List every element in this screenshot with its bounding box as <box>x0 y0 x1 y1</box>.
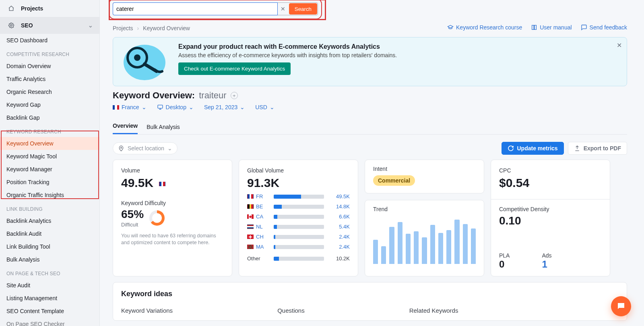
trend-bar <box>381 246 386 264</box>
trend-bar <box>406 234 411 264</box>
nav-keyword-manager[interactable]: Keyword Manager <box>0 163 99 176</box>
flag-fr-icon <box>113 105 119 110</box>
crumb-root[interactable]: Projects <box>113 25 133 31</box>
intercom-chat-button[interactable] <box>611 296 631 316</box>
book-icon <box>531 24 537 31</box>
chevron-down-icon: ⌄ <box>270 104 275 110</box>
filter-device[interactable]: Desktop ⌄ <box>157 104 194 110</box>
nav-backlink-analytics[interactable]: Backlink Analytics <box>0 214 99 227</box>
clear-search-icon[interactable]: ✕ <box>277 3 289 15</box>
chevron-down-icon: ⌄ <box>189 104 194 110</box>
trend-bar <box>438 233 443 264</box>
nav-seo-content-template[interactable]: SEO Content Template <box>0 305 99 318</box>
trend-bar <box>414 231 419 264</box>
trend-bar <box>422 237 427 264</box>
pla-value: 0 <box>499 259 510 270</box>
flag-ma-icon <box>247 245 254 249</box>
card-intent: Intent Commercial <box>365 160 484 193</box>
search-input[interactable] <box>113 3 277 15</box>
nav-link-building-tool[interactable]: Link Building Tool <box>0 240 99 253</box>
gv-value[interactable]: 2.4K <box>328 234 350 240</box>
global-volume-row: CH2.4K <box>247 234 350 240</box>
nav-keyword-overview[interactable]: Keyword Overview <box>0 137 99 150</box>
section-onpage-title: ON PAGE & TECH SEO <box>0 266 99 279</box>
global-volume-row: CA6.6K <box>247 214 350 220</box>
keyword-value: traiteur <box>199 90 226 101</box>
gv-country-link[interactable]: CA <box>247 214 270 220</box>
keyword-search: ✕ Search <box>113 2 318 15</box>
chat-icon <box>616 301 626 311</box>
gv-country-link[interactable]: CH <box>247 234 270 240</box>
gv-country-link[interactable]: BE <box>247 203 270 210</box>
gv-value[interactable]: 49.5K <box>328 193 350 199</box>
global-volume-row: NL5.4K <box>247 224 350 230</box>
nav-domain-overview[interactable]: Domain Overview <box>0 60 99 73</box>
chevron-down-icon: ⌄ <box>142 104 147 110</box>
gv-country-link[interactable]: MA <box>247 244 270 250</box>
kd-donut-chart <box>149 210 165 226</box>
volume-label: Volume <box>121 167 224 174</box>
flag-fr-icon <box>159 182 165 186</box>
monitor-icon <box>157 104 163 110</box>
nav-position-tracking[interactable]: Position Tracking <box>0 176 99 189</box>
card-keyword-ideas: Keyword ideas Keyword Variations Questio… <box>113 282 627 321</box>
tab-bulk-analysis[interactable]: Bulk Analysis <box>147 124 180 134</box>
gv-value[interactable]: 14.8K <box>328 203 350 210</box>
filter-date[interactable]: Sep 21, 2023 ⌄ <box>204 104 245 110</box>
page-heading: Keyword Overview: traiteur + <box>113 90 238 101</box>
promo-cta-button[interactable]: Check out E-commerce Keyword Analytics <box>178 62 291 75</box>
nav-organic-traffic-insights[interactable]: Organic Traffic Insights <box>0 189 99 201</box>
gv-value[interactable]: 6.6K <box>328 214 350 220</box>
density-label: Competitive Density <box>499 206 602 212</box>
nav-bulk-analysis[interactable]: Bulk Analysis <box>0 253 99 266</box>
link-keyword-course[interactable]: Keyword Research course <box>447 24 522 31</box>
svg-point-0 <box>10 25 12 26</box>
nav-organic-research[interactable]: Organic Research <box>0 85 99 98</box>
global-volume-rows: FR49.5KBE14.8KCA6.6KNL5.4KCH2.4KMA2.4K <box>247 193 350 250</box>
svg-point-3 <box>134 54 140 61</box>
section-link-building-title: LINK BUILDING <box>0 201 99 214</box>
nav-listing-management[interactable]: Listing Management <box>0 292 99 305</box>
nav-backlink-audit[interactable]: Backlink Audit <box>0 227 99 240</box>
filter-country[interactable]: France ⌄ <box>113 104 147 110</box>
link-user-manual[interactable]: User manual <box>531 24 572 31</box>
trend-bar <box>454 220 459 264</box>
nav-keyword-magic[interactable]: Keyword Magic Tool <box>0 150 99 163</box>
search-button[interactable]: Search <box>289 3 317 15</box>
volume-value: 49.5K <box>121 176 224 189</box>
location-select[interactable]: Select location ⌄ <box>113 142 178 154</box>
gv-value[interactable]: 5.4K <box>328 224 350 230</box>
page-title: Keyword Overview: <box>113 90 195 101</box>
gv-country-link[interactable]: FR <box>247 193 270 199</box>
trend-label: Trend <box>373 206 476 212</box>
nav-site-audit[interactable]: Site Audit <box>0 279 99 292</box>
promo-banner: Expand your product reach with E-commerc… <box>113 37 627 86</box>
nav-seo[interactable]: SEO ⌄ <box>0 17 99 34</box>
nav-seo-dashboard[interactable]: SEO Dashboard <box>0 34 99 47</box>
global-volume-row: BE14.8K <box>247 203 350 210</box>
gv-country-link[interactable]: NL <box>247 224 270 230</box>
ads-value[interactable]: 1 <box>542 259 551 270</box>
chevron-down-icon: ⌄ <box>167 145 172 152</box>
nav-on-page-seo-checker[interactable]: On Page SEO Checker <box>0 318 99 326</box>
tab-overview[interactable]: Overview <box>113 123 138 134</box>
filter-currency[interactable]: USD ⌄ <box>255 104 275 110</box>
nav-keyword-gap[interactable]: Keyword Gap <box>0 98 99 111</box>
link-send-feedback[interactable]: Send feedback <box>581 24 627 31</box>
export-pdf-button[interactable]: Export to PDF <box>568 142 627 155</box>
ki-col-questions: Questions <box>277 307 305 314</box>
promo-close-icon[interactable]: ✕ <box>617 42 622 49</box>
nav-traffic-analytics[interactable]: Traffic Analytics <box>0 73 99 85</box>
add-keyword-button[interactable]: + <box>231 92 238 99</box>
home-icon <box>6 5 16 12</box>
update-metrics-button[interactable]: Update metrics <box>502 142 564 155</box>
metric-cards: Volume 49.5K Keyword Difficulty 65% Diff… <box>113 160 627 276</box>
refresh-icon <box>508 145 514 152</box>
trend-bar <box>398 222 402 264</box>
gv-value[interactable]: 2.4K <box>328 244 350 250</box>
nav-backlink-gap[interactable]: Backlink Gap <box>0 111 99 124</box>
ki-col-variations: Keyword Variations <box>121 307 173 314</box>
nav-projects[interactable]: Projects <box>0 0 99 17</box>
flag-ca-icon <box>247 214 254 219</box>
promo-illustration <box>120 43 173 81</box>
